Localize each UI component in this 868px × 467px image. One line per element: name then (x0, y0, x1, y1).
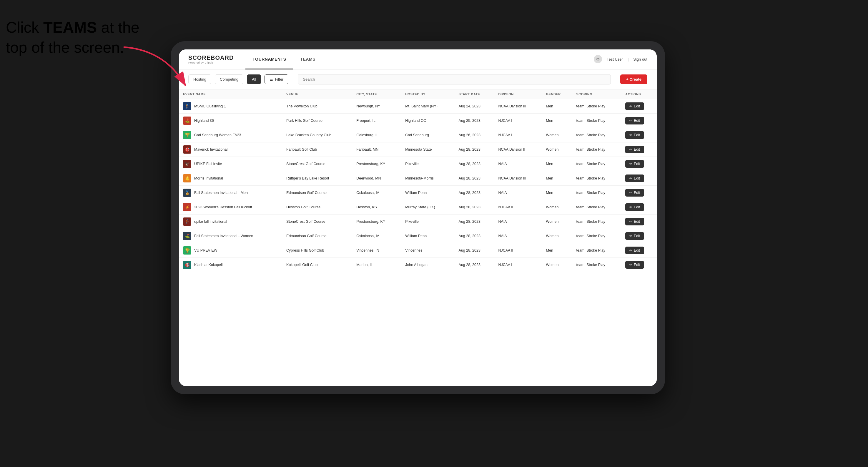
edit-button[interactable]: ✏ Edit (625, 131, 644, 139)
cell-venue: Edmundson Golf Course (282, 186, 352, 200)
edit-button[interactable]: ✏ Edit (625, 146, 644, 153)
cell-hosted-by: Highland CC (401, 114, 454, 128)
event-name-text: Maverick Invitational (194, 148, 227, 152)
cell-venue: StoneCrest Golf Course (282, 215, 352, 229)
cell-hosted-by: Minnesota State (401, 143, 454, 157)
cell-venue: StoneCrest Golf Course (282, 157, 352, 171)
cell-division: NAIA (494, 186, 542, 200)
cell-event-name: 🎯 Klash at Kokopelli (179, 258, 282, 272)
cell-division: NCAA Division II (494, 143, 542, 157)
cell-event-name: ⛳ Highland 36 (179, 114, 282, 128)
table-row: ⛳ Fall Statesmen Invitational - Women Ed… (179, 229, 657, 243)
cell-actions: ✏ Edit (621, 171, 657, 186)
edit-label: Edit (634, 248, 640, 252)
edit-label: Edit (634, 162, 640, 166)
header-right: ⚙ Test User | Sign out (594, 55, 647, 63)
edit-button[interactable]: ✏ Edit (625, 232, 644, 240)
cell-event-name: 🏅 Fall Statesmen Invitational - Men (179, 186, 282, 200)
cell-hosted-by: John A Logan (401, 258, 454, 272)
cell-scoring: team, Stroke Play (572, 99, 621, 114)
cell-scoring: team, Stroke Play (572, 200, 621, 215)
content-area: Hosting Competing All ☰ Filter + Create … (179, 69, 657, 386)
edit-button[interactable]: ✏ Edit (625, 247, 644, 254)
tablet-screen: SCOREBOARD Powered by Clippit TOURNAMENT… (179, 50, 657, 386)
team-logo: 🏆 (183, 246, 191, 254)
edit-button[interactable]: ✏ Edit (625, 189, 644, 196)
edit-button[interactable]: ✏ Edit (625, 218, 644, 225)
col-venue: VENUE (282, 89, 352, 99)
cell-scoring: team, Stroke Play (572, 186, 621, 200)
user-name: Test User (607, 57, 623, 62)
filter-button[interactable]: ☰ Filter (265, 74, 288, 84)
all-button[interactable]: All (247, 74, 261, 84)
cell-gender: Women (542, 215, 572, 229)
competing-button[interactable]: Competing (215, 74, 243, 84)
team-logo: 🦅 (183, 160, 191, 168)
cell-start-date: Aug 28, 2023 (455, 215, 494, 229)
create-button[interactable]: + Create (620, 74, 647, 84)
cell-start-date: Aug 25, 2023 (455, 114, 494, 128)
cell-gender: Men (542, 114, 572, 128)
cell-hosted-by: Carl Sandburg (401, 128, 454, 143)
edit-button[interactable]: ✏ Edit (625, 102, 644, 110)
table-row: ⚡ 2023 Women's Hesston Fall Kickoff Hess… (179, 200, 657, 215)
edit-label: Edit (634, 119, 640, 123)
cell-event-name: ⛳ Fall Statesmen Invitational - Women (179, 229, 282, 243)
cell-event-name: ⚡ 2023 Women's Hesston Fall Kickoff (179, 200, 282, 215)
tournaments-table: EVENT NAME VENUE CITY, STATE HOSTED BY S… (179, 89, 657, 272)
nav-tabs: TOURNAMENTS TEAMS (245, 50, 594, 69)
edit-label: Edit (634, 234, 640, 238)
team-logo: 🏆 (183, 131, 191, 139)
edit-icon: ✏ (629, 205, 632, 209)
cell-scoring: team, Stroke Play (572, 128, 621, 143)
cell-venue: Faribault Golf Club (282, 143, 352, 157)
cell-start-date: Aug 28, 2023 (455, 186, 494, 200)
filter-label: Filter (275, 77, 283, 82)
edit-button[interactable]: ✏ Edit (625, 175, 644, 182)
cell-event-name: 🎯 Maverick Invitational (179, 143, 282, 157)
edit-button[interactable]: ✏ Edit (625, 203, 644, 211)
app-header: SCOREBOARD Powered by Clippit TOURNAMENT… (179, 50, 657, 69)
table-row: 🏌 upike fall invitational StoneCrest Gol… (179, 215, 657, 229)
cell-venue: The Powelton Club (282, 99, 352, 114)
cell-division: NAIA (494, 215, 542, 229)
edit-label: Edit (634, 104, 640, 108)
edit-icon: ✏ (629, 148, 632, 152)
cell-division: NCAA Division III (494, 99, 542, 114)
sign-out-link[interactable]: Sign out (633, 57, 647, 62)
cell-gender: Men (542, 157, 572, 171)
table-row: 🦅 UPIKE Fall Invite StoneCrest Golf Cour… (179, 157, 657, 171)
edit-button[interactable]: ✏ Edit (625, 261, 644, 269)
cell-hosted-by: Pikeville (401, 215, 454, 229)
instruction-text: Click TEAMS at the top of the screen. (6, 18, 140, 57)
cell-gender: Men (542, 186, 572, 200)
cell-scoring: team, Stroke Play (572, 157, 621, 171)
cell-scoring: team, Stroke Play (572, 258, 621, 272)
logo-text: SCOREBOARD (188, 55, 234, 61)
cell-gender: Men (542, 243, 572, 258)
tab-tournaments[interactable]: TOURNAMENTS (245, 50, 293, 69)
edit-icon: ✏ (629, 176, 632, 180)
cell-scoring: team, Stroke Play (572, 229, 621, 243)
edit-button[interactable]: ✏ Edit (625, 117, 644, 124)
tab-teams[interactable]: TEAMS (293, 50, 323, 69)
col-gender: GENDER (542, 89, 572, 99)
table-body: 🏌 MSMC Qualifying 1 The Powelton Club Ne… (179, 99, 657, 272)
edit-icon: ✏ (629, 234, 632, 238)
cell-scoring: team, Stroke Play (572, 114, 621, 128)
event-name-text: Fall Statesmen Invitational - Men (194, 191, 248, 195)
cell-division: NJCAA I (494, 114, 542, 128)
cell-actions: ✏ Edit (621, 258, 657, 272)
cell-venue: Kokopelli Golf Club (282, 258, 352, 272)
cell-division: NJCAA II (494, 243, 542, 258)
hosting-button[interactable]: Hosting (188, 74, 211, 84)
search-input[interactable] (298, 74, 611, 85)
settings-icon[interactable]: ⚙ (594, 55, 602, 63)
cell-actions: ✏ Edit (621, 128, 657, 143)
edit-icon: ✏ (629, 191, 632, 195)
cell-city-state: Prestonsburg, KY (352, 157, 401, 171)
edit-button[interactable]: ✏ Edit (625, 160, 644, 168)
team-logo: ⛳ (183, 232, 191, 240)
cell-city-state: Freeport, IL (352, 114, 401, 128)
cell-gender: Women (542, 258, 572, 272)
